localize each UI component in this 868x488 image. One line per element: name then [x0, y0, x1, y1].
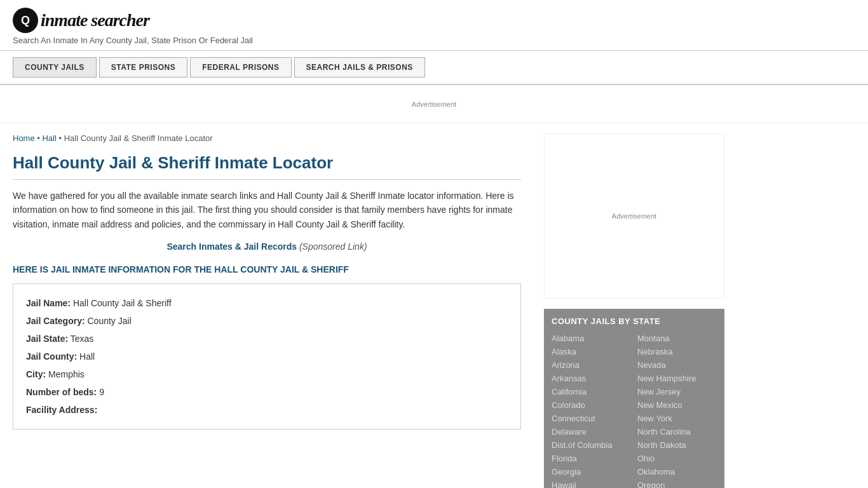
search-inmates-link[interactable]: Search Inmates & Jail Records — [166, 241, 297, 252]
county-jails-box: COUNTY JAILS BY STATE AlabamaMontanaAlas… — [544, 309, 724, 488]
page-title: Hall County Jail & Sheriff Inmate Locato… — [13, 153, 521, 180]
state-link-left-8[interactable]: Dist.of Columbia — [552, 439, 631, 451]
state-link-left-3[interactable]: Arkansas — [552, 372, 631, 384]
breadcrumb-sep2: • — [59, 133, 64, 143]
jail-name-value: Hall County Jail & Sheriff — [73, 298, 172, 308]
state-link-left-5[interactable]: Colorado — [552, 399, 631, 411]
jail-county-label: Jail County: — [26, 351, 77, 362]
state-link-right-7[interactable]: North Carolina — [637, 426, 717, 438]
beds-row: Number of beds: 9 — [26, 383, 508, 401]
jail-category-label: Jail Category: — [26, 316, 85, 326]
breadcrumb-home[interactable]: Home — [13, 133, 35, 143]
state-link-left-7[interactable]: Delaware — [552, 426, 631, 438]
logo-prefix: inmate — [41, 10, 87, 30]
state-link-left-4[interactable]: California — [552, 386, 631, 398]
state-link-right-9[interactable]: Ohio — [637, 452, 717, 464]
main-nav: COUNTY JAILS STATE PRISONS FEDERAL PRISO… — [0, 51, 868, 85]
sponsored-label: (Sponsored Link) — [299, 241, 367, 252]
state-link-right-1[interactable]: Nebraska — [637, 346, 717, 358]
jail-category-row: Jail Category: County Jail — [26, 312, 508, 330]
state-link-right-0[interactable]: Montana — [637, 332, 717, 344]
state-link-right-3[interactable]: New Hampshire — [637, 372, 717, 384]
main-layout: Home • Hall • Hall County Jail & Sheriff… — [0, 123, 868, 488]
state-link-right-10[interactable]: Oklahoma — [637, 466, 717, 478]
state-link-left-9[interactable]: Florida — [552, 452, 631, 464]
breadcrumb-current: Hall County Jail & Sheriff Inmate Locato… — [64, 133, 213, 143]
info-box: Jail Name: Hall County Jail & Sheriff Ja… — [13, 283, 521, 430]
state-link-left-11[interactable]: Hawaii — [552, 479, 631, 488]
facility-address-label: Facility Address: — [26, 405, 97, 415]
jail-state-label: Jail State: — [26, 334, 68, 344]
jail-category-value: County Jail — [87, 316, 131, 326]
states-grid: AlabamaMontanaAlaskaNebraskaArizonaNevad… — [552, 332, 717, 488]
sidebar-ad: Advertisement — [544, 133, 724, 299]
city-row: City: Memphis — [26, 365, 508, 383]
city-label: City: — [26, 369, 46, 379]
nav-federal-prisons[interactable]: FEDERAL PRISONS — [190, 57, 291, 78]
nav-county-jails[interactable]: COUNTY JAILS — [13, 57, 97, 78]
state-link-right-4[interactable]: New Jersey — [637, 386, 717, 398]
state-link-left-10[interactable]: Georgia — [552, 466, 631, 478]
state-link-right-11[interactable]: Oregon — [637, 479, 717, 488]
logo-icon: Q — [13, 8, 38, 33]
jail-state-row: Jail State: Texas — [26, 330, 508, 348]
jail-name-row: Jail Name: Hall County Jail & Sheriff — [26, 294, 508, 312]
state-link-right-5[interactable]: New Mexico — [637, 399, 717, 411]
jail-county-value: Hall — [79, 351, 95, 362]
state-link-left-0[interactable]: Alabama — [552, 332, 631, 344]
info-heading: HERE IS JAIL INMATE INFORMATION FOR THE … — [13, 264, 521, 274]
breadcrumb: Home • Hall • Hall County Jail & Sheriff… — [13, 133, 521, 143]
beds-value: 9 — [99, 387, 104, 397]
state-link-right-8[interactable]: North Dakota — [637, 439, 717, 451]
jail-name-label: Jail Name: — [26, 298, 71, 308]
ad-banner: Advertisement — [0, 85, 868, 123]
description: We have gathered for you all the availab… — [13, 189, 521, 231]
logo-area: Q inmate searcher — [13, 8, 855, 33]
jail-state-value: Texas — [71, 334, 94, 344]
state-link-right-2[interactable]: Nevada — [637, 359, 717, 371]
nav-search-jails[interactable]: SEARCH JAILS & PRISONS — [294, 57, 425, 78]
state-link-left-2[interactable]: Arizona — [552, 359, 631, 371]
facility-address-row: Facility Address: — [26, 401, 508, 419]
tagline: Search An Inmate In Any County Jail, Sta… — [13, 36, 855, 45]
beds-label: Number of beds: — [26, 387, 97, 397]
logo-text: inmate searcher — [41, 10, 149, 30]
breadcrumb-hall[interactable]: Hall — [42, 133, 56, 143]
state-link-left-6[interactable]: Connecticut — [552, 412, 631, 424]
sidebar: Advertisement COUNTY JAILS BY STATE Alab… — [534, 123, 724, 488]
jail-county-row: Jail County: Hall — [26, 348, 508, 365]
nav-state-prisons[interactable]: STATE PRISONS — [99, 57, 187, 78]
site-header: Q inmate searcher Search An Inmate In An… — [0, 0, 868, 51]
state-link-right-6[interactable]: New York — [637, 412, 717, 424]
state-link-left-1[interactable]: Alaska — [552, 346, 631, 358]
city-value: Memphis — [48, 369, 85, 379]
logo-suffix: searcher — [87, 10, 149, 30]
county-jails-title: COUNTY JAILS BY STATE — [552, 316, 717, 326]
search-link-area: Search Inmates & Jail Records (Sponsored… — [13, 241, 521, 252]
main-content: Home • Hall • Hall County Jail & Sheriff… — [13, 123, 534, 488]
